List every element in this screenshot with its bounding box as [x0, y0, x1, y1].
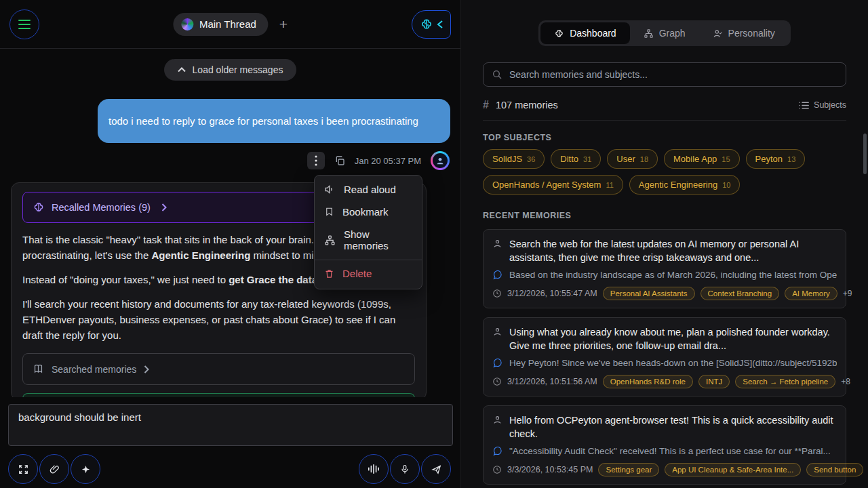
chat-bubble-icon	[492, 446, 502, 456]
thread-tab-label: Main Thread	[199, 18, 256, 30]
clock-icon	[492, 377, 502, 386]
search-input[interactable]	[509, 69, 837, 80]
thread-swirl-icon	[181, 18, 193, 30]
subject-pill[interactable]: Mobile App15	[664, 149, 740, 169]
microphone-button[interactable]	[390, 454, 420, 484]
subject-pill[interactable]: Agentic Engineering10	[629, 175, 741, 195]
memory-panel: Dashboard Graph Personality	[461, 0, 868, 488]
memory-tag[interactable]: Settings gear	[598, 463, 659, 476]
book-icon	[33, 363, 44, 375]
memory-tag[interactable]: AI Memory	[785, 287, 837, 300]
message-meta-row: Jan 20 05:37 PM	[0, 151, 450, 170]
memory-time: 3/12/2026, 10:51:56 AM	[507, 377, 597, 386]
memory-tag[interactable]: App UI Cleanup & Safe-Area Inte...	[665, 463, 801, 476]
menu-item-read-aloud[interactable]: Read aloud	[315, 178, 422, 201]
person-icon	[492, 239, 502, 264]
memory-more-count: +9	[843, 289, 852, 298]
menu-item-delete[interactable]: Delete	[315, 260, 422, 286]
tab-personality[interactable]: Personality	[699, 22, 789, 44]
chevron-up-icon	[178, 67, 186, 73]
memory-snippet: Hey Peyton! Since we've been heads-down …	[509, 358, 837, 368]
memory-card[interactable]: Search the web for the latest updates on…	[483, 229, 846, 308]
memory-tag[interactable]: Personal AI Assistants	[603, 287, 695, 300]
send-button[interactable]	[421, 454, 451, 484]
memory-tag[interactable]: Search → Fetch pipeline	[735, 375, 835, 388]
recent-memories-heading: RECENT MEMORIES	[483, 211, 846, 220]
subject-pill[interactable]: User18	[607, 149, 658, 169]
person-icon	[492, 327, 502, 352]
brain-icon	[554, 28, 564, 39]
chevron-right-icon	[161, 203, 167, 211]
memory-tag[interactable]: OpenHands R&D role	[603, 375, 693, 388]
message-timestamp: Jan 20 05:37 PM	[355, 156, 421, 166]
subject-pill[interactable]: OpenHands / Agent System11	[483, 175, 623, 195]
recalled-memories-label: Recalled Memories (9)	[52, 202, 151, 213]
menu-item-bookmark[interactable]: Bookmark	[315, 201, 422, 223]
copy-message-button[interactable]	[334, 155, 345, 166]
memory-panel-tabs: Dashboard Graph Personality	[538, 20, 791, 46]
memory-card[interactable]: Hello from OCPeyton agent-browser test! …	[483, 405, 846, 485]
memory-time: 3/12/2026, 10:55:47 AM	[507, 289, 597, 298]
searched-memories-expander[interactable]: Searched memories	[22, 353, 415, 385]
memory-panel-toggle-button[interactable]	[412, 10, 451, 39]
tab-dashboard[interactable]: Dashboard	[540, 22, 630, 44]
subject-pill[interactable]: SolidJS36	[483, 149, 545, 169]
hash-icon: #	[483, 99, 489, 111]
memory-title: Using what you already know about me, pl…	[509, 325, 837, 352]
scrollbar-thumb[interactable]	[863, 134, 867, 174]
menu-item-show-memories[interactable]: Show memories	[315, 223, 422, 257]
clock-icon	[492, 465, 502, 474]
memory-count-row: # 107 memories Subjects	[483, 99, 846, 121]
memory-tag[interactable]: Send button	[806, 463, 863, 476]
memory-snippet: "Accessibility Audit Check" received! Th…	[509, 446, 831, 456]
top-subjects-list: SolidJS36 Ditto31 User18 Mobile App15 Pe…	[483, 149, 846, 195]
tab-graph[interactable]: Graph	[630, 22, 699, 44]
list-icon	[799, 101, 809, 110]
memory-search	[483, 62, 846, 87]
memory-card[interactable]: Using what you already know about me, pl…	[483, 317, 846, 396]
sparkle-button[interactable]	[71, 454, 100, 484]
person-icon	[492, 415, 502, 441]
searched-memories-label: Searched memories	[52, 364, 136, 375]
composer-toolbar	[8, 454, 452, 484]
network-icon	[324, 235, 336, 246]
composer: background should be inert	[0, 397, 460, 488]
subject-pill[interactable]: Peyton13	[746, 149, 806, 169]
chat-panel: Main Thread + Load older messages	[0, 0, 461, 488]
load-older-messages-button[interactable]: Load older messages	[164, 59, 297, 81]
expand-button[interactable]	[8, 454, 38, 484]
chevron-right-icon	[144, 365, 149, 373]
memory-tag[interactable]: Context Branching	[701, 287, 780, 300]
memory-snippet: Based on the industry landscape as of Ma…	[509, 270, 837, 280]
memory-title: Hello from OCPeyton agent-browser test! …	[509, 413, 837, 441]
speaker-icon	[324, 184, 336, 195]
app-window: Main Thread + Load older messages	[0, 0, 868, 488]
memory-more-count: +8	[841, 377, 850, 386]
message-context-menu: Read aloud Bookmark Show memories Delete	[314, 175, 422, 289]
attach-button[interactable]	[39, 454, 69, 484]
message-options-button[interactable]	[307, 152, 325, 169]
waveform-button[interactable]	[359, 454, 389, 484]
assistant-paragraph: I'll search your recent history and docu…	[22, 296, 415, 343]
subject-pill[interactable]: Ditto31	[551, 149, 601, 169]
chevron-left-icon	[437, 20, 443, 28]
trash-icon	[324, 268, 334, 279]
clock-icon	[492, 289, 502, 298]
memory-count: 107 memories	[496, 100, 558, 110]
memory-time: 3/3/2026, 10:53:45 PM	[507, 465, 593, 474]
avatar	[431, 151, 450, 170]
brain-icon	[420, 18, 433, 31]
new-thread-button[interactable]: +	[279, 17, 288, 31]
memory-title: Search the web for the latest updates on…	[509, 237, 837, 264]
hamburger-icon	[18, 20, 31, 21]
top-subjects-heading: TOP SUBJECTS	[483, 133, 846, 142]
memory-tag[interactable]: INTJ	[698, 375, 730, 388]
thread-tab[interactable]: Main Thread	[173, 13, 269, 36]
subjects-view-button[interactable]: Subjects	[799, 100, 846, 110]
chat-bubble-icon	[492, 358, 502, 368]
user-message-bubble: todo i need to reply to grace for person…	[98, 99, 450, 143]
search-icon	[492, 69, 502, 80]
message-input[interactable]: background should be inert	[8, 404, 453, 446]
bookmark-icon	[324, 206, 334, 218]
hamburger-menu-button[interactable]	[9, 9, 39, 39]
